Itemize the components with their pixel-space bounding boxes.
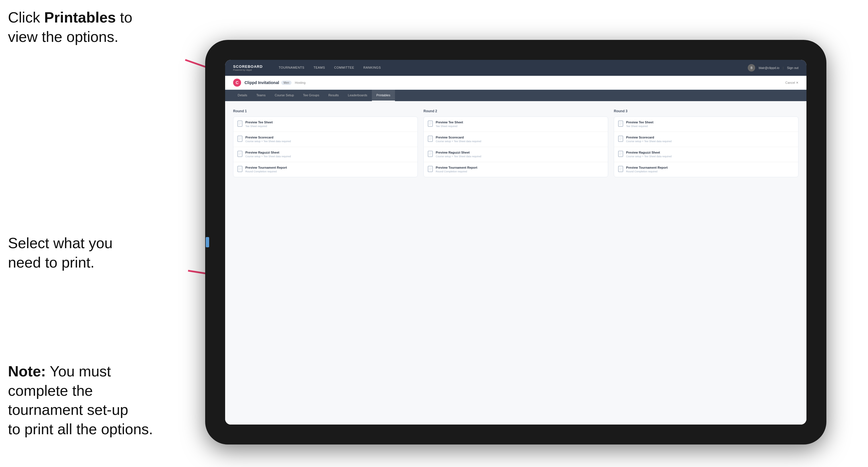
top-nav: SCOREBOARD Powered by clippd TOURNAMENTS… bbox=[225, 60, 806, 76]
round-3-section: Round 3 Preview Tee Sheet Tee Sheet requ… bbox=[614, 109, 799, 177]
scorecard-icon bbox=[237, 136, 243, 142]
sign-out-link[interactable]: Sign out bbox=[787, 66, 799, 69]
tab-results[interactable]: Results bbox=[324, 90, 343, 101]
round-3-report-icon bbox=[618, 166, 623, 172]
round-1-tee-label: Preview Tee Sheet bbox=[245, 120, 413, 124]
round-3-raguzzi[interactable]: Preview Raguzzi Sheet Course setup + Tee… bbox=[614, 147, 798, 162]
round-3-scorecard-label: Preview Scorecard bbox=[626, 135, 794, 139]
tab-leaderboards[interactable]: Leaderboards bbox=[343, 90, 372, 101]
round-3-raguzzi-icon bbox=[618, 151, 623, 157]
round-2-report-text: Preview Tournament Report Round Completi… bbox=[436, 165, 604, 174]
round-1-raguzzi[interactable]: Preview Raguzzi Sheet Course setup + Tee… bbox=[234, 147, 417, 162]
round-3-tournament-report[interactable]: Preview Tournament Report Round Completi… bbox=[614, 162, 798, 177]
nav-teams[interactable]: TEAMS bbox=[309, 60, 330, 76]
tournament-logo: C bbox=[233, 79, 241, 87]
round-2-raguzzi-text: Preview Raguzzi Sheet Course setup + Tee… bbox=[436, 150, 604, 158]
round-1-raguzzi-text: Preview Raguzzi Sheet Course setup + Tee… bbox=[245, 150, 413, 158]
sub-tabs: Details Teams Course Setup Tee Groups Re… bbox=[225, 90, 806, 101]
round-3-raguzzi-text: Preview Raguzzi Sheet Course setup + Tee… bbox=[626, 150, 794, 158]
nav-links: TOURNAMENTS TEAMS COMMITTEE RANKINGS bbox=[274, 60, 748, 76]
round-2-tee-sheet[interactable]: Preview Tee Sheet Tee Sheet required bbox=[424, 117, 608, 132]
tab-course-setup[interactable]: Course Setup bbox=[270, 90, 298, 101]
round-1-report-text: Preview Tournament Report Round Completi… bbox=[245, 165, 413, 174]
tab-teams[interactable]: Teams bbox=[252, 90, 270, 101]
round-3-tee-icon bbox=[618, 121, 623, 127]
tournament-bar: C Clippd Invitational Men Hosting Cancel… bbox=[225, 76, 806, 90]
round-3-raguzzi-label: Preview Raguzzi Sheet bbox=[626, 150, 794, 154]
round-3-tee-sublabel: Tee Sheet required bbox=[626, 125, 794, 128]
round-2-scorecard-label: Preview Scorecard bbox=[436, 135, 604, 139]
tablet-screen: SCOREBOARD Powered by clippd TOURNAMENTS… bbox=[225, 60, 806, 425]
nav-rankings[interactable]: RANKINGS bbox=[359, 60, 385, 76]
round-3-report-label: Preview Tournament Report bbox=[626, 165, 794, 169]
raguzzi-icon bbox=[237, 151, 243, 157]
round-3-scorecard-text: Preview Scorecard Course setup + Tee She… bbox=[626, 135, 794, 143]
rounds-grid: Round 1 bbox=[233, 109, 799, 177]
tablet-frame: SCOREBOARD Powered by clippd TOURNAMENTS… bbox=[205, 40, 827, 444]
content-area: Round 1 bbox=[225, 101, 806, 425]
round-3-tee-sheet[interactable]: Preview Tee Sheet Tee Sheet required bbox=[614, 117, 798, 132]
user-email: blair@clippd.io bbox=[758, 66, 779, 69]
round-2-raguzzi[interactable]: Preview Raguzzi Sheet Course setup + Tee… bbox=[424, 147, 608, 162]
round-2-scorecard[interactable]: Preview Scorecard Course setup + Tee She… bbox=[424, 132, 608, 147]
round-1-report-sublabel: Round Completion required bbox=[245, 170, 413, 174]
round-1-title: Round 1 bbox=[233, 109, 418, 113]
round-1-tournament-report[interactable]: Preview Tournament Report Round Completi… bbox=[234, 162, 417, 177]
round-2-raguzzi-icon bbox=[428, 151, 433, 157]
tournament-name: Clippd Invitational bbox=[245, 80, 279, 85]
round-3-raguzzi-sublabel: Course setup + Tee Sheet data required bbox=[626, 155, 794, 158]
round-1-report-label: Preview Tournament Report bbox=[245, 165, 413, 169]
tournament-report-icon bbox=[237, 166, 243, 172]
tab-details[interactable]: Details bbox=[233, 90, 252, 101]
round-1-raguzzi-sublabel: Course setup + Tee Sheet data required bbox=[245, 155, 413, 158]
round-2-tournament-report[interactable]: Preview Tournament Report Round Completi… bbox=[424, 162, 608, 177]
tournament-status: Hosting bbox=[295, 81, 306, 84]
round-2-title: Round 2 bbox=[424, 109, 608, 113]
tee-sheet-icon bbox=[237, 121, 243, 127]
tab-printables[interactable]: Printables bbox=[372, 90, 395, 101]
round-1-tee-sheet[interactable]: Preview Tee Sheet Tee Sheet required bbox=[234, 117, 417, 132]
round-1-scorecard-text: Preview Scorecard Course setup + Tee She… bbox=[245, 135, 413, 143]
tab-tee-groups[interactable]: Tee Groups bbox=[298, 90, 324, 101]
annotation-mid-text: Select what youneed to print. bbox=[8, 235, 113, 271]
annotation-bottom-text: Note: You mustcomplete thetournament set… bbox=[8, 363, 153, 437]
cancel-button[interactable]: Cancel ✕ bbox=[785, 81, 799, 85]
round-3-cards: Preview Tee Sheet Tee Sheet required Pre… bbox=[614, 117, 799, 177]
round-2-section: Round 2 Preview Tee Sheet Tee Sheet requ… bbox=[424, 109, 608, 177]
round-2-tee-text: Preview Tee Sheet Tee Sheet required bbox=[436, 120, 604, 128]
annotation-top-text: Click Printables toview the options. bbox=[8, 9, 132, 45]
nav-committee[interactable]: COMMITTEE bbox=[330, 60, 359, 76]
round-2-report-label: Preview Tournament Report bbox=[436, 165, 604, 169]
round-1-scorecard-sublabel: Course setup + Tee Sheet data required bbox=[245, 140, 413, 143]
round-2-tee-icon bbox=[428, 121, 433, 127]
round-1-tee-text: Preview Tee Sheet Tee Sheet required bbox=[245, 120, 413, 128]
round-2-tee-label: Preview Tee Sheet bbox=[436, 120, 604, 124]
nav-tournaments[interactable]: TOURNAMENTS bbox=[274, 60, 309, 76]
round-3-scorecard[interactable]: Preview Scorecard Course setup + Tee She… bbox=[614, 132, 798, 147]
round-1-section: Round 1 bbox=[233, 109, 418, 177]
round-2-scorecard-sublabel: Course setup + Tee Sheet data required bbox=[436, 140, 604, 143]
round-2-raguzzi-sublabel: Course setup + Tee Sheet data required bbox=[436, 155, 604, 158]
annotation-top: Click Printables toview the options. bbox=[8, 8, 132, 46]
round-1-scorecard-label: Preview Scorecard bbox=[245, 135, 413, 139]
round-2-raguzzi-label: Preview Raguzzi Sheet bbox=[436, 150, 604, 154]
tournament-tag: Men bbox=[281, 81, 291, 85]
nav-right: B blair@clippd.io | Sign out bbox=[748, 64, 799, 71]
round-1-cards: Preview Tee Sheet Tee Sheet required bbox=[233, 117, 418, 177]
annotation-mid: Select what youneed to print. bbox=[8, 234, 113, 272]
sidebar-dot bbox=[206, 237, 209, 247]
logo-title: SCOREBOARD bbox=[233, 64, 263, 69]
round-3-scorecard-sublabel: Course setup + Tee Sheet data required bbox=[626, 140, 794, 143]
avatar: B bbox=[748, 64, 755, 71]
annotation-bottom: Note: You mustcomplete thetournament set… bbox=[8, 362, 153, 439]
round-2-cards: Preview Tee Sheet Tee Sheet required Pre… bbox=[424, 117, 608, 177]
round-3-tee-label: Preview Tee Sheet bbox=[626, 120, 794, 124]
round-3-report-sublabel: Round Completion required bbox=[626, 170, 794, 174]
round-2-scorecard-icon bbox=[428, 136, 433, 142]
round-1-raguzzi-label: Preview Raguzzi Sheet bbox=[245, 150, 413, 154]
round-2-tee-sublabel: Tee Sheet required bbox=[436, 125, 604, 128]
round-1-tee-sublabel: Tee Sheet required bbox=[245, 125, 413, 128]
round-3-report-text: Preview Tournament Report Round Completi… bbox=[626, 165, 794, 174]
nav-divider: | bbox=[783, 66, 784, 69]
round-1-scorecard[interactable]: Preview Scorecard Course setup + Tee She… bbox=[234, 132, 417, 147]
